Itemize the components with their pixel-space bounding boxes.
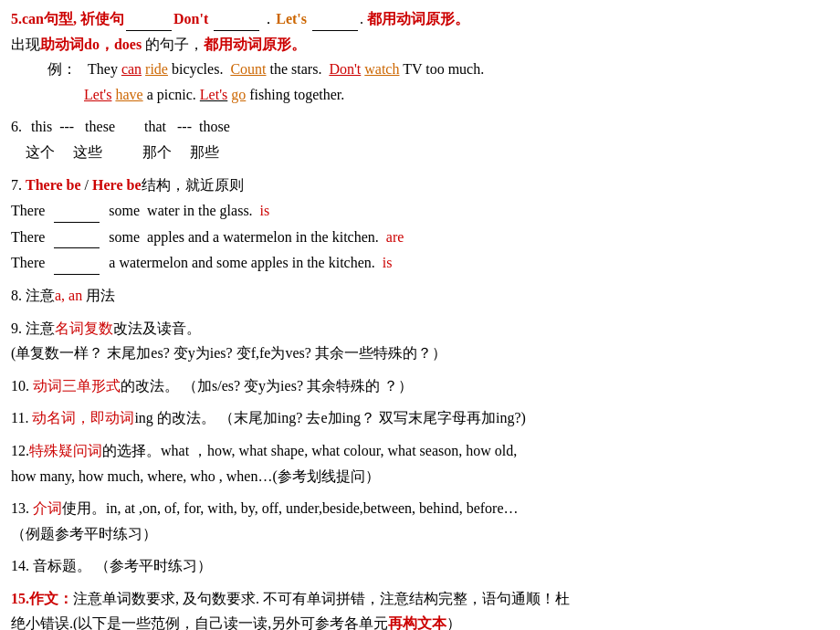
section5-blank1 [126,30,172,31]
s10-black2: 的改法。 （加s/es? 变y为ies? 其余特殊的 ？） [121,378,413,394]
section5-blank2 [214,30,259,31]
section5-blank3 [312,30,358,31]
s12-black3: how many, how much, where, who , when…(参… [11,468,380,484]
s8-black1: 8. 注意 [11,288,55,303]
section5-examples: 例： They can ride bicycles. Count the sta… [47,58,829,106]
section-15: 15.作文：注意单词数要求, 及句数要求. 不可有单词拼错，注意结构完整，语句通… [11,587,829,630]
section-10: 10. 动词三单形式的改法。 （加s/es? 变y为ies? 其余特殊的 ？） [11,374,829,398]
ex1-rest1: bicycles. [168,61,230,77]
section13-line1: 13. 介词使用。in, at ,on, of, for, with, by, … [11,497,829,520]
ex2-rest1: a picnic. [143,87,200,102]
ex2-go: go [231,87,246,102]
s6-those: those [199,119,230,134]
section12-line2: how many, how much, where, who , when…(参… [11,465,829,488]
s15-black: 注意单词数要求, 及句数要求. 不可有单词拼错，注意结构完整，语句通顺！杜 [73,591,570,606]
section9-line2: (单复数一样？ 末尾加es? 变y为ies? 变f,fe为ves? 其余一些特殊… [11,341,829,365]
section-12: 12.特殊疑问词的选择。what ，how, what shape, what … [11,439,829,488]
s15-red-end: 再构文本 [388,615,446,630]
section7-title: 7. There be / Here be结构，就近原则 [11,173,829,197]
s9-red: 名词复数 [55,320,113,336]
ex1-rest2: the stars. [267,61,330,77]
s15-label: 作文： [29,591,73,606]
ex1-ride: ride [145,61,168,77]
s6-cn2: 这些 [73,144,102,160]
s7-title-rest: 结构，就近原则 [142,177,244,193]
section7-line1: There some water in the glass. is [11,198,829,223]
s7-l3-there: There [11,255,52,270]
ex2-lets: Let's [84,87,111,102]
s6-cn1: 这个 [26,144,55,160]
section5-l2-red1: 助动词do，does [40,37,142,52]
s6-these: these [85,119,115,134]
s13-red: 介词 [33,500,62,516]
section-9: 9. 注意名词复数改法及读音。 (单复数一样？ 末尾加es? 变y为ies? 变… [11,317,829,365]
section-14: 14. 音标题。 （参考平时练习） [11,554,829,578]
section6-line2: 这个 这些 那个 那些 [11,141,829,164]
s9-black2: 改法及读音。 [113,320,201,336]
section-5: 5.can句型, 祈使句Don't ．Let's . 都用动词原形。 出现助动词… [11,7,829,106]
section12-line1: 12.特殊疑问词的选择。what ，how, what shape, what … [11,439,829,463]
s12-red: 特殊疑问词 [29,443,102,458]
section9-line1: 9. 注意名词复数改法及读音。 [11,317,829,341]
section5-example2: Let's have a picnic. Let's go fishing to… [47,83,829,107]
ex2-rest2: fishing together. [246,87,344,102]
section11-text: 11. 动名词，即动词ing 的改法。 （末尾加ing? 去e加ing？ 双写末… [11,406,829,430]
s10-black1: 10. [11,378,33,394]
section15-line1: 15.作文：注意单词数要求, 及句数要求. 不可有单词拼错，注意结构完整，语句通… [11,587,829,611]
section7-line3: There a watermelon and some apples in th… [11,250,829,275]
s8-black2: 用法 [82,288,115,303]
section5-lets: Let's [276,11,307,26]
section5-l2-text1: 出现 [11,37,40,52]
section5-example1: 例： They can ride bicycles. Count the sta… [47,58,829,81]
ex1-can: can [121,61,142,77]
s7-slash: / [81,177,92,193]
section8-text: 8. 注意a, an 用法 [11,284,829,308]
ex1-watch: watch [364,61,399,77]
s11-black1: 11. [11,410,32,425]
section13-line2: （例题参考平时练习） [11,522,829,546]
section-7: 7. There be / Here be结构，就近原则 There some … [11,173,829,275]
s9-black3: (单复数一样？ 末尾加es? 变y为ies? 变f,fe为ves? 其余一些特殊… [11,345,446,361]
s15-black3: ） [446,615,461,630]
s8-red: a, an [55,288,82,303]
ex1-count: Count [230,61,266,77]
s7-here-be: Here be [92,177,141,193]
section-13: 13. 介词使用。in, at ,on, of, for, with, by, … [11,497,829,545]
section6-number: 6. [11,119,22,134]
s7-l3-rest: a watermelon and some apples in the kitc… [101,255,382,270]
s11-red: 动名词，即动词 [32,410,134,425]
s6-that: that [144,119,166,134]
s7-l3-blank [54,250,100,275]
section14-text: 14. 音标题。 （参考平时练习） [11,554,829,578]
s12-black2: 的选择。what ，how, what shape, what colour, … [102,443,517,458]
s14-text: 14. 音标题。 （参考平时练习） [11,558,212,573]
section15-line2: 绝小错误.(以下是一些范例，自己读一读,另外可参考各单元再构文本） [11,612,829,630]
s15-number: 15. [11,591,29,606]
section5-line2: 出现助动词do，does 的句子，都用动词原形。 [11,33,829,57]
s6-cn3: 那个 [142,144,172,160]
s7-l1-rest: some water in the glass. [101,203,259,218]
section-8: 8. 注意a, an 用法 [11,284,829,308]
s7-l2-answer: are [386,229,404,245]
s13-black3: （例题参考平时练习） [11,526,157,541]
s13-black2: 使用。in, at ,on, of, for, with, by, off, u… [62,500,518,516]
s9-black1: 9. 注意 [11,320,55,336]
ex1-rest3: TV too much. [399,61,484,77]
section-6: 6.this --- these that --- those 这个 这些 那个… [11,115,829,163]
ex2-lets2-underline: Let's [200,87,227,102]
section-11: 11. 动名词，即动词ing 的改法。 （末尾加ing? 去e加ing？ 双写末… [11,406,829,430]
s7-l1-blank [54,198,100,223]
section5-l2-red2: 都用动词原形。 [204,37,306,52]
s7-l1-answer: is [260,203,270,218]
s15-black2: 绝小错误.(以下是一些范例，自己读一读,另外可参考各单元 [11,615,388,630]
section5-line1: 5.can句型, 祈使句Don't ．Let's . 都用动词原形。 [11,7,829,31]
ex2-have: have [115,87,142,102]
ex1-dont: Don't [329,61,361,77]
s10-red: 动词三单形式 [33,378,121,394]
ex2-lets2: Let's [200,87,227,102]
s7-l2-there: There [11,229,52,245]
s7-l1-there: There [11,203,52,218]
ex1-label: 例： They [47,61,121,77]
section7-line2: There some apples and a watermelon in th… [11,225,829,249]
section5-title-prefix: 5. [11,11,22,26]
